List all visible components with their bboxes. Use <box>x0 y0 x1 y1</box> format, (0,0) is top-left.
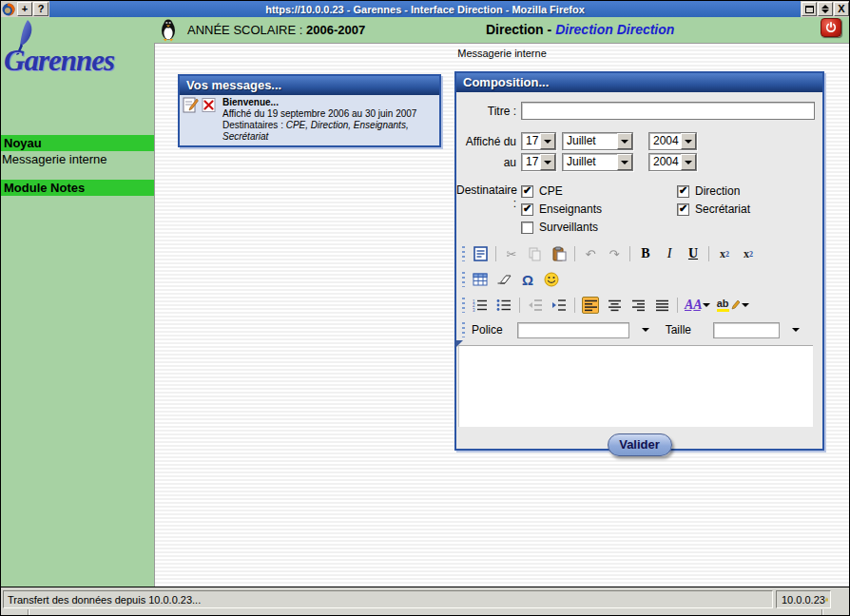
insert-table-icon[interactable] <box>472 271 489 288</box>
sidebar-item-messagerie-interne[interactable]: Messagerie interne <box>1 151 154 167</box>
shade-button[interactable] <box>818 2 833 16</box>
lock-icon <box>825 593 828 606</box>
checkbox-icon[interactable] <box>521 203 533 216</box>
checkbox-icon[interactable] <box>677 203 689 216</box>
dropdown-arrow-icon[interactable] <box>792 328 800 332</box>
message-subject: Bienvenue... <box>222 97 436 108</box>
checkbox-icon[interactable] <box>521 221 533 234</box>
redo-icon[interactable]: ↷ <box>606 245 623 262</box>
date-from-row: Affiché du 17 Juillet 2004 <box>456 132 822 150</box>
bold-button[interactable]: B <box>637 245 654 262</box>
logo-text: Garennes <box>4 44 114 78</box>
dropdown-arrow-icon <box>742 303 749 307</box>
date-from-year-select[interactable]: 2004 <box>648 132 697 150</box>
checkbox-direction[interactable]: Direction <box>677 184 750 198</box>
dropdown-arrow-icon <box>681 154 696 170</box>
eraser-icon[interactable] <box>495 271 512 288</box>
dropdown-arrow-icon <box>703 303 710 307</box>
role-title: Direction - Direction Direction <box>486 17 674 43</box>
ordered-list-icon[interactable]: 123 <box>472 297 489 314</box>
school-year-label: ANNÉE SCOLAIRE : <box>187 23 302 37</box>
logo: Garennes <box>1 17 154 93</box>
superscript-button[interactable]: x2 <box>740 245 757 262</box>
new-tab-button[interactable]: + <box>17 2 32 16</box>
toolbar-separator <box>708 246 709 261</box>
edit-message-icon[interactable] <box>183 97 199 113</box>
shade-icon <box>821 5 829 13</box>
date-from-day-value: 17 <box>522 133 540 149</box>
checkbox-enseignants[interactable]: Enseignants <box>521 202 677 216</box>
checkbox-label: Enseignants <box>539 202 602 216</box>
checkbox-cpe[interactable]: CPE <box>521 184 677 198</box>
highlight-color-button[interactable]: ab <box>717 298 749 312</box>
delete-message-icon[interactable] <box>201 97 217 113</box>
school-year-value: 2006-2007 <box>306 23 365 37</box>
status-host: 10.0.0.23 <box>776 590 831 608</box>
police-combo[interactable] <box>517 322 629 338</box>
help-button[interactable]: ? <box>33 2 48 16</box>
align-right-button[interactable] <box>629 297 647 314</box>
page-title: Messagerie interne <box>155 44 849 59</box>
italic-button[interactable]: I <box>661 245 678 262</box>
toolbar-collapse-icon[interactable] <box>455 340 463 348</box>
header: ANNÉE SCOLAIRE : 2006-2007 Direction - D… <box>154 17 849 43</box>
view-source-icon[interactable] <box>472 245 489 262</box>
date-to-year-select[interactable]: 2004 <box>648 153 697 171</box>
checkbox-label: CPE <box>539 184 563 198</box>
paste-icon[interactable] <box>551 245 568 262</box>
date-to-month-select[interactable]: Juillet <box>562 153 633 171</box>
toolbar-separator <box>629 246 630 261</box>
taille-combo[interactable] <box>713 322 780 338</box>
smiley-icon[interactable] <box>543 271 560 288</box>
subscript-digit: 2 <box>725 250 729 259</box>
titlebar: + ? https://10.0.0.23 - Garennes - Inter… <box>1 1 849 17</box>
editor-toolbar-2: Ω <box>456 269 822 290</box>
date-from-year-value: 2004 <box>649 133 681 149</box>
titre-row: Titre : <box>456 102 822 120</box>
message-display-range: Affiché du 19 septembre 2006 au 30 juin … <box>222 108 436 120</box>
checkbox-secretariat[interactable]: Secrétariat <box>677 202 750 216</box>
toolbar-grip-icon[interactable] <box>462 272 465 287</box>
school-year: ANNÉE SCOLAIRE : 2006-2007 <box>187 17 365 43</box>
checkbox-icon[interactable] <box>677 185 689 198</box>
subscript-button[interactable]: x2 <box>716 245 733 262</box>
close-button[interactable]: X <box>834 2 849 16</box>
au-label: au <box>456 156 521 169</box>
police-label: Police <box>472 323 503 337</box>
date-to-day-select[interactable]: 17 <box>521 153 556 171</box>
toolbar-separator <box>519 298 520 313</box>
main-content: Messagerie interne Vos messages... <box>154 43 849 587</box>
align-left-button[interactable] <box>582 297 599 314</box>
dropdown-arrow-icon[interactable] <box>642 328 649 332</box>
checkbox-icon[interactable] <box>521 185 533 198</box>
dropdown-arrow-icon <box>540 133 555 149</box>
checkbox-surveillants[interactable]: Surveillants <box>521 221 677 234</box>
toolbar-grip-icon[interactable] <box>462 246 465 261</box>
justify-button[interactable] <box>653 297 670 314</box>
underline-button[interactable]: U <box>685 245 702 262</box>
cut-icon[interactable]: ✂ <box>503 245 520 262</box>
logout-power-button[interactable] <box>821 18 841 37</box>
maximize-button[interactable] <box>802 2 817 16</box>
special-char-omega-button[interactable]: Ω <box>519 271 536 288</box>
power-icon <box>825 22 837 33</box>
recipients-grid: CPE Direction Enseignants Secrétari <box>521 183 750 234</box>
outdent-icon[interactable] <box>527 297 544 314</box>
undo-icon[interactable]: ↶ <box>582 245 599 262</box>
sidebar-spacer <box>1 167 154 180</box>
valider-button[interactable]: Valider <box>608 433 672 456</box>
toolbar-grip-icon[interactable] <box>462 298 465 313</box>
align-center-button[interactable] <box>606 297 623 314</box>
titre-label: Titre : <box>456 105 521 118</box>
copy-icon[interactable] <box>527 245 544 262</box>
sidebar-section-module-notes: Module Notes <box>1 180 154 196</box>
toolbar-grip-icon[interactable] <box>462 322 465 337</box>
titre-input[interactable] <box>521 102 815 120</box>
indent-icon[interactable] <box>551 297 568 314</box>
message-body-editor[interactable] <box>458 345 813 427</box>
bullet-list-icon[interactable] <box>495 297 512 314</box>
font-color-button[interactable]: AA <box>685 298 710 313</box>
toolbar-separator <box>495 246 496 261</box>
date-from-month-select[interactable]: Juillet <box>562 132 633 150</box>
date-from-day-select[interactable]: 17 <box>521 132 556 150</box>
